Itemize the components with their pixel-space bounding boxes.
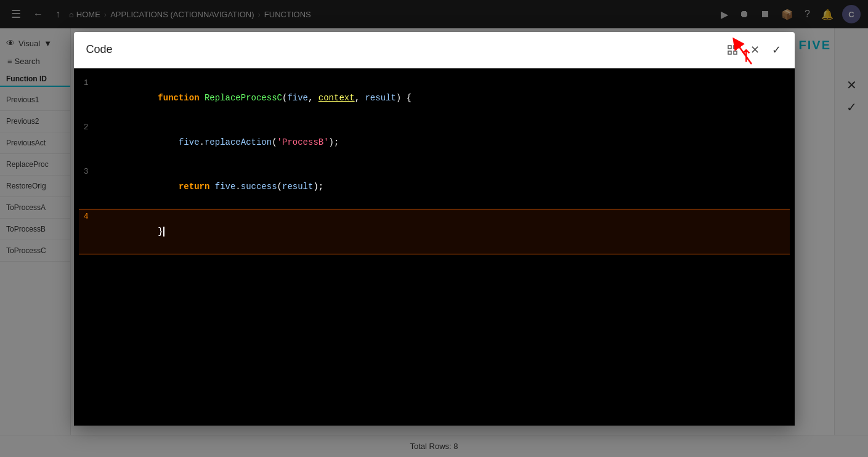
svg-rect-2 <box>728 51 731 54</box>
modal-header-actions: ✕ ✓ <box>723 41 785 59</box>
overlay-backdrop[interactable]: ↗ Code ✕ ✓ <box>0 0 868 457</box>
line-number-4: 4 <box>79 209 96 224</box>
code-editor[interactable]: 1 function ReplaceProcessC(five, context… <box>74 76 795 254</box>
modal-close-icon: ✕ <box>750 43 760 57</box>
line-number-1: 1 <box>79 76 96 91</box>
code-line-4: 4 } <box>79 209 790 254</box>
line-number-3: 3 <box>79 164 96 179</box>
svg-rect-1 <box>734 46 737 49</box>
modal-check-icon: ✓ <box>772 43 781 57</box>
code-line-3: 3 return five.success(result); <box>79 164 790 209</box>
modal-header: Code ✕ ✓ <box>74 32 795 68</box>
modal-confirm-button[interactable]: ✓ <box>768 41 785 59</box>
code-modal: ↗ Code ✕ ✓ <box>74 32 795 426</box>
code-line-2: 2 five.replaceAction('ProcessB'); <box>79 120 790 164</box>
line-content-2: five.replaceAction('ProcessB'); <box>96 120 790 164</box>
modal-title: Code <box>86 43 113 56</box>
modal-expand-button[interactable] <box>723 42 742 58</box>
line-content-3: return five.success(result); <box>96 164 790 209</box>
modal-close-button[interactable]: ✕ <box>747 41 763 59</box>
svg-rect-0 <box>728 46 731 49</box>
svg-rect-3 <box>734 51 737 54</box>
line-number-2: 2 <box>79 120 96 135</box>
line-content-4: } <box>96 209 790 254</box>
code-line-1: 1 function ReplaceProcessC(five, context… <box>79 76 790 120</box>
modal-body[interactable]: 1 function ReplaceProcessC(five, context… <box>74 68 795 426</box>
line-content-1: function ReplaceProcessC(five, context, … <box>96 76 790 120</box>
